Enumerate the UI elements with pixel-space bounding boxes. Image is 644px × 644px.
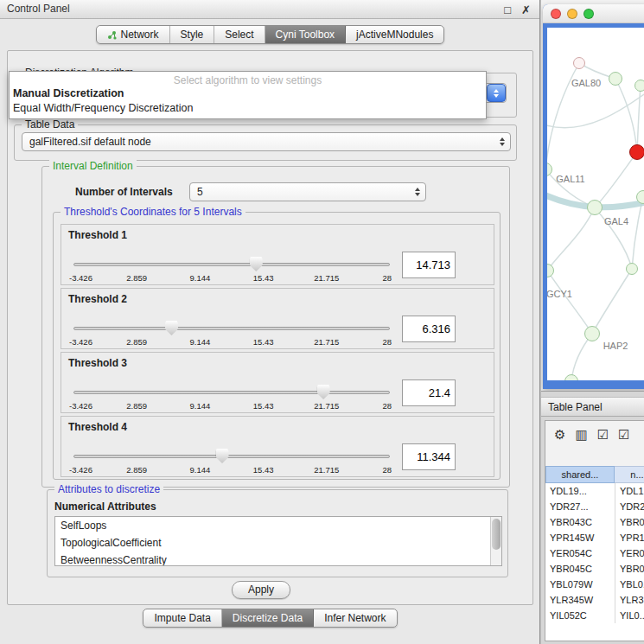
combobox-arrows-icon[interactable] xyxy=(487,84,506,102)
threshold-slider[interactable] xyxy=(73,449,390,464)
cell-shared-name: YBR045C xyxy=(545,561,615,577)
table-row[interactable]: YBL079WYBL0... xyxy=(545,577,644,592)
listbox-scrollbar[interactable] xyxy=(490,517,501,565)
table-row[interactable]: YPR145WYPR1... xyxy=(545,530,644,545)
tab-style[interactable]: Style xyxy=(170,26,215,43)
network-node[interactable] xyxy=(634,80,644,92)
network-node[interactable] xyxy=(573,57,585,69)
tick-label: 9.144 xyxy=(190,401,211,411)
dropdown-item[interactable]: Manual Discretization xyxy=(10,86,486,101)
tab-jactivemnodules[interactable]: jActiveMNodules xyxy=(346,26,443,43)
tab-network[interactable]: Network xyxy=(97,26,170,43)
table-header-row: shared... n... xyxy=(545,466,644,483)
scrollbar-thumb[interactable] xyxy=(492,519,501,550)
network-node[interactable] xyxy=(609,72,622,86)
tab-impute-data[interactable]: Impute Data xyxy=(143,609,221,627)
tab-infer-network[interactable]: Infer Network xyxy=(314,609,396,627)
float-window-icon[interactable]: □ xyxy=(504,1,511,19)
cell-shared-name: YBL079W xyxy=(545,577,615,592)
dropdown-placeholder: Select algorithm to view settings xyxy=(10,72,486,86)
tab-label: Network xyxy=(121,29,159,41)
column-header-name[interactable]: n... xyxy=(615,466,644,483)
table-row[interactable]: YER054CYER0... xyxy=(545,545,644,561)
table-data-selected-value: galFiltered.sif default node xyxy=(22,136,500,148)
cell-name: YDL1... xyxy=(615,483,644,499)
threshold-value-input[interactable] xyxy=(402,316,456,342)
network-node[interactable] xyxy=(584,326,600,341)
attribute-list-item[interactable]: TopologicalCoefficient xyxy=(55,534,501,552)
attribute-list-item[interactable]: SelfLoops xyxy=(55,517,501,534)
slider-thumb[interactable] xyxy=(317,385,330,399)
minimize-traffic-light-icon[interactable] xyxy=(567,9,577,19)
hide-column-icon[interactable]: ☑ xyxy=(618,428,629,441)
table-row[interactable]: YLR345WYLR3... xyxy=(545,592,644,608)
settings-icon[interactable]: ⚙ xyxy=(554,428,565,441)
interval-definition-title: Interval Definition xyxy=(49,160,137,172)
table-row[interactable]: YBR045CYBR0... xyxy=(545,561,644,577)
columns-icon[interactable]: ▥ xyxy=(575,428,587,441)
attribute-list-item[interactable]: BetweennessCentrality xyxy=(55,552,501,566)
tick-label: 15.43 xyxy=(253,337,274,347)
table-row[interactable]: YBR043CYBR0... xyxy=(545,514,644,530)
tab-label: Cyni Toolbox xyxy=(276,29,335,41)
network-window: GAL80GAL11GAL4GCY1HAP2 xyxy=(543,4,644,389)
table-row[interactable]: YDL19...YDL1... xyxy=(545,483,644,499)
table-data-combobox[interactable]: galFiltered.sif default node xyxy=(22,132,511,151)
threshold-value-input[interactable] xyxy=(402,252,456,278)
slider-thumb[interactable] xyxy=(216,449,229,463)
network-node[interactable] xyxy=(636,190,644,204)
table-panel-title: Table Panel xyxy=(541,397,644,417)
table-data-group-title: Table Data xyxy=(22,118,78,131)
threshold-slider[interactable] xyxy=(73,321,390,336)
attributes-listbox[interactable]: SelfLoopsTopologicalCoefficientBetweenne… xyxy=(54,516,502,566)
threshold-slider[interactable] xyxy=(73,385,390,400)
network-node[interactable] xyxy=(587,200,603,215)
slider-scale: -3.4262.8599.14415.4321.71528 xyxy=(73,465,390,475)
slider-track[interactable] xyxy=(73,327,390,330)
threshold-value-input[interactable] xyxy=(402,379,456,406)
network-node-label: GAL4 xyxy=(604,216,628,226)
tick-label: -3.426 xyxy=(69,273,92,283)
algorithm-dropdown-popup: Select algorithm to view settings Manual… xyxy=(9,71,487,119)
tab-cyni-toolbox[interactable]: Cyni Toolbox xyxy=(265,26,346,43)
slider-track[interactable] xyxy=(73,391,390,394)
table-row[interactable]: YDR27...YDR2... xyxy=(545,499,644,514)
tick-label: 15.43 xyxy=(253,273,274,283)
network-node[interactable] xyxy=(626,263,638,275)
table-row[interactable]: YIL052CYIL0... xyxy=(545,608,644,623)
zoom-traffic-light-icon[interactable] xyxy=(583,9,594,19)
tab-discretize-data[interactable]: Discretize Data xyxy=(222,609,314,627)
network-canvas[interactable]: GAL80GAL11GAL4GCY1HAP2 xyxy=(547,28,644,380)
close-panel-icon[interactable]: ✗ xyxy=(521,1,531,19)
dropdown-item[interactable]: Equal Width/Frequency Discretization xyxy=(10,101,486,116)
close-traffic-light-icon[interactable] xyxy=(551,9,561,19)
tab-label: Style xyxy=(181,29,204,41)
tick-label: 2.859 xyxy=(126,273,147,283)
threshold-panel: Threshold 4-3.4262.8599.14415.4321.71528 xyxy=(61,416,494,477)
slider-track[interactable] xyxy=(73,455,390,458)
apply-button[interactable]: Apply xyxy=(232,581,290,599)
network-node[interactable] xyxy=(629,144,644,160)
slider-thumb[interactable] xyxy=(250,257,263,271)
slider-thumb[interactable] xyxy=(165,321,178,335)
column-header-shared-name[interactable]: shared... xyxy=(545,466,615,483)
network-node-label: HAP2 xyxy=(603,341,628,351)
right-panel-area: GAL80GAL11GAL4GCY1HAP2 Table Panel ⚙▥☑☑ … xyxy=(541,0,644,644)
threshold-panel: Threshold 1-3.4262.8599.14415.4321.71528 xyxy=(61,224,494,285)
network-node-label: GAL11 xyxy=(556,174,584,184)
tick-label: 28 xyxy=(382,465,392,475)
tab-select[interactable]: Select xyxy=(214,26,265,43)
show-column-icon[interactable]: ☑ xyxy=(597,428,609,441)
threshold-label: Threshold 1 xyxy=(68,229,127,241)
network-node-label: GCY1 xyxy=(547,289,572,299)
control-panel-title: Control Panel xyxy=(0,3,70,15)
threshold-slider[interactable] xyxy=(73,257,390,272)
tick-label: 9.144 xyxy=(190,273,211,283)
num-intervals-spinner[interactable]: 5 xyxy=(189,182,426,201)
tick-label: 21.715 xyxy=(314,337,339,347)
cell-shared-name: YDR27... xyxy=(545,499,615,514)
cell-shared-name: YLR345W xyxy=(545,592,615,608)
thresholds-group: Threshold's Coordinates for 5 Intervals … xyxy=(53,212,501,480)
threshold-value-input[interactable] xyxy=(402,443,456,470)
slider-track[interactable] xyxy=(73,263,390,266)
